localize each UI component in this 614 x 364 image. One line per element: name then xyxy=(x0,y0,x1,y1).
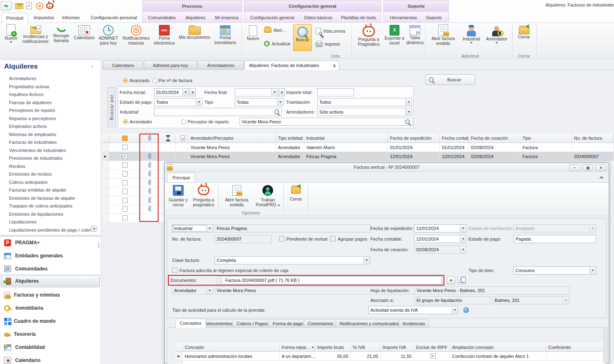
attachment-cell[interactable] xyxy=(139,196,159,205)
radio-por-numero[interactable] xyxy=(152,78,157,83)
chevron-down-icon[interactable] xyxy=(206,225,212,232)
fecha-contable-input[interactable]: 12/01/2024 xyxy=(414,235,466,243)
chevron-down-icon[interactable] xyxy=(460,225,466,232)
buscar-button[interactable]: Buscar xyxy=(425,74,475,85)
column-header[interactable]: Importe bruto xyxy=(315,343,351,352)
column-header[interactable]: Fecha de expedición xyxy=(388,134,440,143)
close-tab-icon[interactable]: x xyxy=(333,61,336,70)
nav-comunidades[interactable]: Comunidades xyxy=(1,263,100,275)
actualizar-button[interactable]: Actualizar xyxy=(264,41,291,47)
nav-cuadro-mando[interactable]: Cuadro de mando xyxy=(1,315,100,327)
fecha-inicial-clear-button[interactable]: × xyxy=(190,88,196,96)
attachment-column-header[interactable] xyxy=(139,134,159,143)
tipo-select[interactable]: Todas xyxy=(235,98,284,106)
sidebar-item-recibos[interactable]: Recibos xyxy=(0,163,101,171)
tab-arrendadores[interactable]: Arrendadores xyxy=(198,60,244,70)
attachment-cell[interactable] xyxy=(139,205,159,214)
tab-incidencias[interactable]: Incidencias xyxy=(399,319,429,328)
mis-documentos-button[interactable]: Mis documentos xyxy=(178,24,211,40)
row-checkbox[interactable] xyxy=(122,189,128,194)
broadcast-icon[interactable] xyxy=(36,2,43,10)
tramitacion-select[interactable]: Todos xyxy=(317,98,412,106)
tab-facturas-industriales-active[interactable]: Alquileres: Facturas de industriales x xyxy=(244,60,339,70)
criterio-caja-checkbox[interactable] xyxy=(172,268,177,273)
fecha-inicial-input[interactable]: 01/01/2024 xyxy=(154,88,189,96)
ribbon-tab-soporte[interactable]: Soporte xyxy=(424,13,444,22)
fecha-creacion-input[interactable]: 02/08/2024 xyxy=(414,246,466,254)
sidebar-item-empleados[interactable]: Empleados activos xyxy=(0,123,101,131)
sidebar-item-perceptores[interactable]: Perceptores de reparto xyxy=(0,107,101,115)
abrir-button[interactable]: Abrir… xyxy=(264,28,287,33)
sidebar-item-fianzas[interactable]: Fianzas de alquileres xyxy=(0,99,101,107)
exportar-excel-button[interactable]: X Exportar a excel xyxy=(384,24,405,45)
importe-total-input[interactable] xyxy=(317,88,354,96)
chevron-down-icon[interactable] xyxy=(271,89,277,96)
firma-electronica-button[interactable]: PDF Firma electrónica xyxy=(152,24,177,45)
tab-vencimientos[interactable]: Vencimientos xyxy=(202,319,236,328)
column-header[interactable]: Tipo xyxy=(520,134,572,143)
sidebar-collapse-button[interactable]: ‹ xyxy=(92,63,93,69)
chevron-down-icon[interactable] xyxy=(277,99,283,105)
sidebar-item-facturas-emitidas[interactable]: Facturas emitidas de alquiler xyxy=(0,186,101,194)
pregunta-pragmatico-dialog-button[interactable]: Pregunta a pragmático xyxy=(190,184,217,207)
nav-tesoreria[interactable]: Tesorería xyxy=(1,328,100,340)
attachment-cell[interactable] xyxy=(139,170,159,179)
radio-avanzado[interactable] xyxy=(123,78,128,83)
close-button[interactable]: × xyxy=(596,165,606,171)
nav-pragma[interactable]: PPRAGMA+ xyxy=(1,237,100,249)
info-icon[interactable]: i xyxy=(463,307,469,313)
fecha-final-clear-button[interactable]: × xyxy=(279,88,285,96)
sidebar-item-previsiones[interactable]: Previsiones de industriales xyxy=(0,154,101,163)
cerrar-dialog-button[interactable]: Cerrar xyxy=(286,184,306,201)
sidebar-item-vencimientos[interactable]: Vencimientos de industriales xyxy=(0,147,101,155)
arrendador-button[interactable]: Arrendador xyxy=(484,24,509,44)
pregunta-pragmatico-button[interactable]: Pregunta a Pragmático xyxy=(354,24,383,47)
nav-inmobiliaria[interactable]: Inmobiliaria xyxy=(1,302,100,314)
prorrata-select[interactable]: Actividad exenta de IVA xyxy=(368,306,458,314)
ribbon-tab-plantillas[interactable]: Plantillas de texto xyxy=(339,13,378,22)
tab-cobros-pagos[interactable]: Cobros / Pagos xyxy=(233,319,272,328)
ribbon-tab-configuracion-personal[interactable]: Configuración personal xyxy=(87,13,141,23)
attachment-cell[interactable] xyxy=(139,179,159,188)
select-all-checkbox[interactable] xyxy=(122,136,128,141)
row-checkbox-checked[interactable] xyxy=(122,154,128,159)
sidebar-item-emisiones-facturas[interactable]: Emisiones de facturas de alquiler xyxy=(0,194,101,203)
column-header[interactable]: Fecha contable xyxy=(440,134,469,143)
select-all-header[interactable] xyxy=(109,134,139,143)
column-header[interactable]: % IVA xyxy=(351,343,381,352)
tasks-check-icon[interactable] xyxy=(26,2,32,9)
ribbon-tab-datos-basicos[interactable]: Datos básicos xyxy=(303,13,334,22)
trabajo-portalpro-button[interactable]: Trabajo PortalPRO xyxy=(253,184,282,207)
fecha-final-input[interactable] xyxy=(235,88,278,96)
dialog-tab-principal[interactable]: Principal xyxy=(167,173,195,183)
tab-comentarios[interactable]: Comentarios xyxy=(304,319,337,328)
sidebar-item-cobros-anticipados[interactable]: Cobros anticipados xyxy=(0,179,101,187)
concepts-row[interactable]: ▸ Honorarios administración locales A un… xyxy=(175,352,605,361)
ribbon-tab-impuestos[interactable]: Impuestos xyxy=(29,13,58,23)
tab-forma-pago[interactable]: Forma de pago xyxy=(269,319,307,328)
incidencias-button[interactable]: Incidencias y notificaciones xyxy=(21,24,50,44)
row-checkbox[interactable] xyxy=(122,180,128,185)
sidebar-item-emisiones-liquidaciones[interactable]: Emisiones de liquidaciones xyxy=(0,210,101,219)
radio-arrendador[interactable] xyxy=(123,119,128,124)
collapse-ribbon-icon[interactable] xyxy=(600,176,604,181)
calendario-button[interactable]: Calendario xyxy=(73,24,96,40)
sidebar-item-traspaso-cobros[interactable]: Traspaso de cobros anticipados xyxy=(0,202,101,210)
chevron-down-icon[interactable] xyxy=(406,99,411,105)
nuevo-lista-button[interactable]: Nuevo xyxy=(244,24,262,41)
check-column-header[interactable] xyxy=(176,134,188,143)
cell-excluir-irpf[interactable] xyxy=(414,352,450,361)
column-header[interactable]: No. de factura xyxy=(572,134,614,143)
excluir-irpf-checkbox[interactable] xyxy=(430,353,436,359)
column-header[interactable]: Coeficiente xyxy=(546,343,605,352)
column-header[interactable]: Ampliación concepto xyxy=(450,343,546,352)
column-header[interactable]: Excluir de IRPF xyxy=(414,343,450,352)
restore-button[interactable]: ▣ xyxy=(583,165,593,171)
ribbon-tab-configuracion-general[interactable]: Configuración general xyxy=(249,13,296,22)
abrir-factura-emitida-button[interactable]: Abrir factura emitida xyxy=(428,24,458,46)
estado-pago-select[interactable]: Todos xyxy=(154,98,202,106)
radio-perceptor[interactable] xyxy=(181,119,186,124)
ribbon-tab-comunidades[interactable]: Comunidades xyxy=(146,13,177,22)
robot-icon[interactable] xyxy=(46,3,54,9)
row-checkbox[interactable] xyxy=(122,198,128,203)
